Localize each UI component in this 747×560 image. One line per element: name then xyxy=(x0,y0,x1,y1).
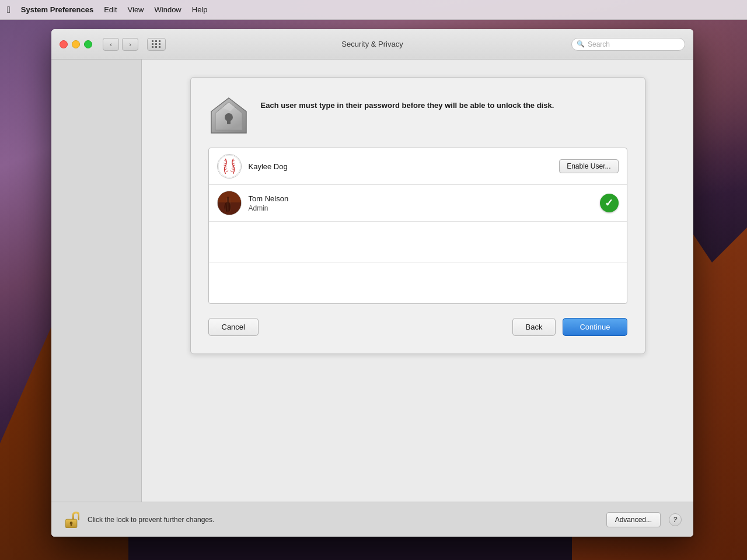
bottom-bar: Click the lock to prevent further change… xyxy=(51,502,693,537)
user-name-kaylee: Kaylee Dog xyxy=(249,162,560,171)
menubar:  System Preferences Edit View Window He… xyxy=(0,0,747,20)
window-content: Each user must type in their password be… xyxy=(51,60,693,537)
forward-nav-button[interactable]: › xyxy=(122,38,138,51)
checkmark-icon: ✓ xyxy=(600,194,619,212)
user-row-empty-2 xyxy=(209,262,627,303)
svg-rect-3 xyxy=(227,120,231,124)
dialog-header: Each user must type in their password be… xyxy=(208,95,627,136)
back-button[interactable]: Back xyxy=(512,318,556,336)
grid-view-button[interactable] xyxy=(147,38,166,51)
traffic-lights xyxy=(60,40,92,48)
cancel-button[interactable]: Cancel xyxy=(208,318,259,336)
menu-edit[interactable]: Edit xyxy=(104,5,117,14)
back-nav-button[interactable]: ‹ xyxy=(103,38,119,51)
minimize-button[interactable] xyxy=(72,40,80,48)
close-button[interactable] xyxy=(60,40,68,48)
dialog-buttons: Cancel Back Continue xyxy=(208,318,627,336)
right-buttons: Back Continue xyxy=(512,318,627,336)
help-button[interactable]: ? xyxy=(669,513,682,526)
enable-user-button[interactable]: Enable User... xyxy=(559,159,618,173)
user-row: Tom Nelson Admin ✓ xyxy=(209,185,627,222)
lock-icon[interactable] xyxy=(63,512,79,528)
svg-rect-7 xyxy=(218,191,241,202)
main-content: Each user must type in their password be… xyxy=(142,60,693,537)
dialog-message: Each user must type in their password be… xyxy=(261,95,554,111)
titlebar: ‹ › Security & Privacy 🔍 Search xyxy=(51,29,693,60)
lock-status-text: Click the lock to prevent further change… xyxy=(88,516,598,524)
security-icon-svg xyxy=(208,95,249,136)
user-name-tom: Tom Nelson xyxy=(249,194,600,203)
user-row-empty-1 xyxy=(209,222,627,262)
app-name[interactable]: System Preferences xyxy=(21,5,93,14)
svg-point-5 xyxy=(218,155,240,177)
tom-avatar-image xyxy=(218,191,241,215)
security-lock-icon xyxy=(208,95,249,136)
user-role-tom: Admin xyxy=(249,204,600,212)
search-placeholder: Search xyxy=(588,40,610,48)
nav-buttons: ‹ › xyxy=(103,38,138,51)
menu-view[interactable]: View xyxy=(128,5,144,14)
system-preferences-window: ‹ › Security & Privacy 🔍 Search xyxy=(51,29,693,537)
search-box[interactable]: 🔍 Search xyxy=(571,38,685,51)
user-action-tom: ✓ xyxy=(600,194,619,212)
fullscreen-button[interactable] xyxy=(84,40,92,48)
window-title: Security & Privacy xyxy=(341,40,403,48)
svg-rect-16 xyxy=(71,523,72,526)
user-action-kaylee: Enable User... xyxy=(559,159,618,173)
user-info-kaylee: Kaylee Dog xyxy=(249,162,560,171)
grid-icon xyxy=(152,40,161,48)
user-list: Kaylee Dog Enable User... xyxy=(208,148,627,304)
sidebar xyxy=(51,60,142,537)
advanced-button[interactable]: Advanced... xyxy=(606,512,661,527)
menu-help[interactable]: Help xyxy=(192,5,208,14)
user-avatar-tom xyxy=(217,191,242,215)
user-info-tom: Tom Nelson Admin xyxy=(249,194,600,212)
user-row: Kaylee Dog Enable User... xyxy=(209,148,627,185)
user-avatar-kaylee xyxy=(217,154,242,178)
menu-window[interactable]: Window xyxy=(155,5,181,14)
baseball-icon xyxy=(218,155,241,178)
dialog-panel: Each user must type in their password be… xyxy=(190,77,645,354)
apple-menu[interactable]:  xyxy=(7,5,11,15)
continue-button[interactable]: Continue xyxy=(563,318,627,336)
search-icon: 🔍 xyxy=(577,40,585,48)
